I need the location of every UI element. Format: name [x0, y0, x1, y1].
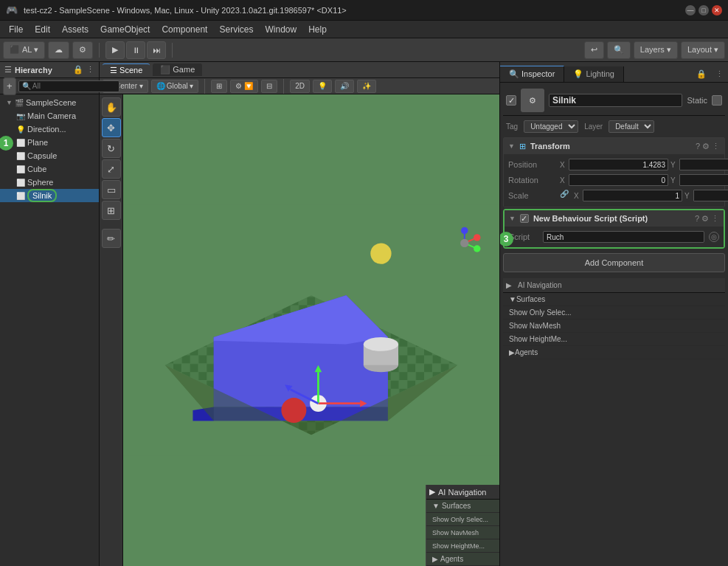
minimize-btn[interactable]: — — [685, 5, 696, 15]
menu-file[interactable]: File — [3, 23, 29, 36]
svg-point-18 — [364, 337, 398, 351]
undo-btn[interactable]: ↩ — [584, 41, 604, 59]
ai-nav-inspector-header[interactable]: ▶ AI Navigation — [503, 278, 725, 293]
inspector-heightme-row[interactable]: Show HeightMe... — [503, 333, 725, 346]
menu-window[interactable]: Window — [259, 23, 302, 36]
transform-tool[interactable]: ⊞ — [102, 201, 121, 220]
script-settings-icon[interactable]: ⚙ — [701, 214, 709, 224]
script-active-checkbox[interactable]: ✓ — [520, 214, 529, 223]
hier-item-cube[interactable]: ⬜ Cube — [0, 162, 99, 176]
svg-point-29 — [474, 234, 480, 241]
transform-more-icon[interactable]: ⋮ — [712, 142, 720, 151]
hand-tool[interactable]: ✋ — [102, 97, 121, 117]
inspector-navmesh-row[interactable]: Show NavMesh — [503, 320, 725, 333]
hier-item-main-camera[interactable]: 📷 Main Camera — [0, 109, 99, 122]
close-btn[interactable]: ✕ — [712, 5, 722, 15]
scene-3d-view[interactable]: ▶ AI Navigation ▼ Surfaces Show Only Sel… — [123, 94, 499, 566]
lighting-btn[interactable]: 💡 — [313, 80, 332, 93]
hierarchy-add-btn[interactable]: + — [3, 77, 16, 95]
menu-services[interactable]: Services — [213, 23, 259, 36]
hierarchy-search[interactable] — [18, 80, 119, 92]
script-component-header[interactable]: ▼ ✓ New Behaviour Script (Script) ? ⚙ ⋮ — [505, 210, 724, 227]
object-name-field[interactable] — [549, 94, 682, 107]
add-component-button[interactable]: Add Component — [503, 253, 725, 272]
rotation-y-input[interactable] — [679, 174, 728, 186]
layer-dropdown[interactable]: Default — [609, 120, 654, 133]
tab-scene[interactable]: ☰ Scene — [103, 63, 150, 77]
window-title: test-cz2 - SampleScene - Windows, Mac, L… — [24, 6, 685, 15]
tab-lighting[interactable]: 💡 Lighting — [564, 66, 624, 82]
hier-item-samplescene[interactable]: ▼ 🎬 SampleScene — [0, 96, 99, 109]
menu-edit[interactable]: Edit — [29, 23, 56, 36]
inspector-content: ✓ ⚙ Static Tag Untagged Layer Default — [500, 83, 728, 566]
cloud-btn[interactable]: ☁ — [48, 41, 69, 59]
fx-btn[interactable]: ✨ — [357, 80, 376, 93]
surfaces-row[interactable]: ▼ Surfaces — [426, 500, 499, 513]
inspector-show-only-row[interactable]: Show Only Selec... — [503, 306, 725, 320]
inspector-agents-row[interactable]: ▶ Agents — [503, 346, 725, 359]
inspector-lock-icon[interactable]: 🔒 — [692, 66, 711, 82]
hier-item-capsule[interactable]: ⬜ Capsule — [0, 149, 99, 162]
audio-btn[interactable]: 🔊 — [335, 80, 354, 93]
hierarchy-tree: ▼ 🎬 SampleScene 📷 Main Camera 💡 Directio… — [0, 94, 99, 566]
pause-button[interactable]: ⏸ — [126, 41, 145, 59]
ai-nav-header-scene[interactable]: ▶ AI Navigation — [426, 485, 499, 500]
tab-game[interactable]: ⬛ Game — [153, 63, 202, 76]
scale-x-input[interactable] — [583, 190, 682, 201]
step-button[interactable]: ⏭ — [147, 41, 166, 59]
rotate-tool[interactable]: ↻ — [102, 139, 121, 158]
position-y-input[interactable] — [679, 159, 728, 170]
hier-item-silnik[interactable]: ⬜ Silnik — [0, 189, 99, 202]
scale-tool[interactable]: ⤢ — [102, 159, 121, 179]
object-active-checkbox[interactable]: ✓ — [506, 95, 516, 106]
script-select-icon[interactable]: ◎ — [709, 232, 719, 242]
hier-item-plane[interactable]: ⬜ Plane — [0, 136, 99, 149]
grid-btn[interactable]: ⊞ — [211, 80, 227, 93]
render-mode-btn[interactable]: ⊟ — [261, 80, 277, 93]
agents-row[interactable]: ▶ Agents — [426, 553, 499, 566]
script-value-field[interactable] — [543, 231, 704, 243]
menu-gameobject[interactable]: GameObject — [94, 23, 156, 36]
play-button[interactable]: ▶ — [105, 41, 125, 59]
layers-dropdown[interactable]: Layers ▾ — [634, 41, 678, 59]
hier-item-sphere[interactable]: ⬜ Sphere — [0, 176, 99, 189]
collab-btn[interactable]: ⚙ — [72, 41, 93, 59]
hier-item-directional-light[interactable]: 💡 Direction... — [0, 122, 99, 136]
tab-inspector[interactable]: 🔍 Inspector — [500, 66, 564, 82]
transform-help-icon[interactable]: ? — [696, 142, 700, 151]
menu-assets[interactable]: Assets — [56, 23, 94, 36]
show-heightme-row[interactable]: Show HeightMe... — [426, 539, 499, 553]
position-fields: X Y Z — [560, 159, 728, 170]
script-more-icon[interactable]: ⋮ — [711, 214, 719, 224]
rotation-x-input[interactable] — [569, 174, 668, 186]
show-only-selected-row[interactable]: Show Only Selec... — [426, 513, 499, 526]
sv-sep2 — [283, 79, 284, 94]
position-x-input[interactable] — [569, 159, 668, 170]
maximize-btn[interactable]: □ — [698, 5, 709, 15]
inspector-tabs-bar: 🔍 Inspector 💡 Lighting 🔒 ⋮ — [500, 62, 728, 83]
al-dropdown[interactable]: ⬛ AL ▾ — [3, 41, 45, 59]
tag-dropdown[interactable]: Untagged — [524, 120, 578, 133]
menu-component[interactable]: Component — [156, 23, 213, 36]
layout-dropdown[interactable]: Layout ▾ — [681, 41, 725, 59]
search-btn[interactable]: 🔍 — [607, 41, 631, 59]
svg-point-27 — [370, 243, 391, 263]
sy-label: Y — [684, 192, 692, 200]
inspector-more-icon[interactable]: ⋮ — [711, 66, 728, 82]
show-navmesh-row[interactable]: Show NavMesh — [426, 526, 499, 539]
move-tool[interactable]: ✥ — [102, 118, 121, 137]
rect-tool[interactable]: ▭ — [102, 180, 121, 199]
scale-y-input[interactable] — [693, 190, 728, 201]
script-help-icon[interactable]: ? — [695, 214, 699, 224]
transform-settings-icon[interactable]: ⚙ — [702, 142, 710, 151]
custom-tool[interactable]: ✏ — [102, 229, 121, 248]
inspector-surfaces-row[interactable]: ▼ Surfaces — [503, 293, 725, 306]
hierarchy-more-icon: ⋮ — [86, 65, 94, 75]
object-meta-row: Tag Untagged Layer Default — [503, 119, 725, 134]
gizmos-btn[interactable]: ⚙ 🔽 — [230, 80, 258, 93]
static-checkbox[interactable] — [712, 95, 722, 106]
2d-btn[interactable]: 2D — [290, 80, 310, 93]
transform-header[interactable]: ▼ ⊞ Transform ? ⚙ ⋮ — [504, 138, 724, 154]
menu-help[interactable]: Help — [302, 23, 333, 36]
global-dropdown[interactable]: 🌐 Global ▾ — [151, 80, 199, 93]
